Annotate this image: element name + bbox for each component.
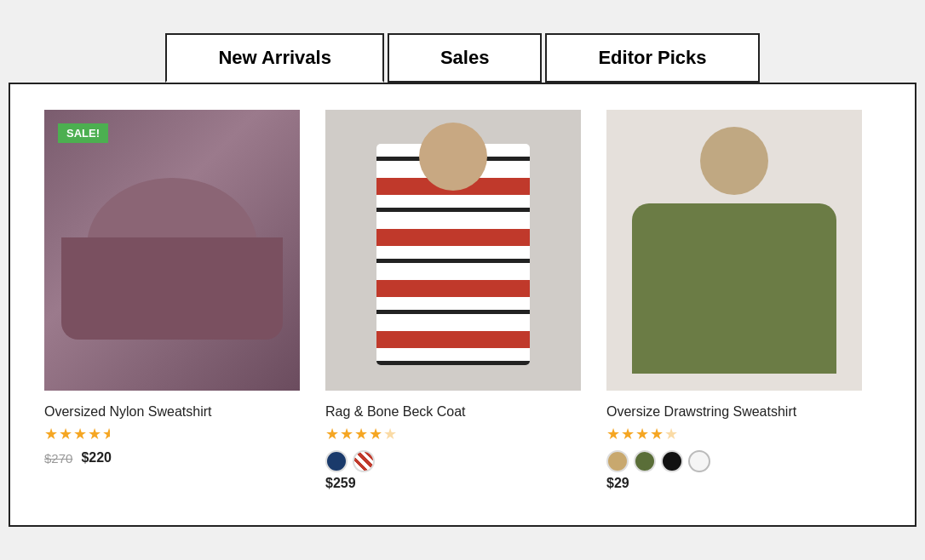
- star-4: ★: [369, 425, 382, 443]
- star-2: ★: [340, 425, 353, 443]
- star-1: ★: [325, 425, 339, 443]
- star-empty: ★: [383, 425, 397, 443]
- tabs-bar: New Arrivals Sales Editor Picks: [0, 25, 925, 83]
- star-3: ★: [73, 425, 87, 443]
- tab-new-arrivals[interactable]: New Arrivals: [165, 33, 383, 83]
- product-card: SALE! Oversized Nylon Sweatshirt ★ ★ ★ ★…: [44, 110, 300, 491]
- sale-badge: SALE!: [58, 123, 108, 143]
- price-normal: $29: [606, 476, 629, 491]
- star-4: ★: [88, 425, 101, 443]
- star-empty: ★: [664, 425, 678, 443]
- product-image-wrap: [606, 110, 862, 391]
- product-image-wrap: [325, 110, 581, 391]
- product-name: Oversize Drawstring Sweatshirt: [606, 404, 862, 420]
- star-2: ★: [621, 425, 635, 443]
- star-4: ★: [650, 425, 664, 443]
- price-sale: $220: [81, 450, 112, 466]
- swatch-navy[interactable]: [325, 450, 348, 472]
- star-2: ★: [59, 425, 72, 443]
- swatch-tan[interactable]: [606, 450, 629, 472]
- star-half: ★: [102, 425, 110, 443]
- product-image-sweatshirt: [44, 110, 300, 391]
- star-3: ★: [635, 425, 649, 443]
- product-name: Oversized Nylon Sweatshirt: [44, 404, 300, 420]
- tab-sales[interactable]: Sales: [388, 33, 543, 83]
- price-row: $29: [606, 476, 862, 491]
- swatch-black[interactable]: [661, 450, 683, 472]
- product-card: Rag & Bone Beck Coat ★ ★ ★ ★ ★ $259: [325, 110, 581, 491]
- star-3: ★: [354, 425, 368, 443]
- product-image-green-sweatshirt: [606, 110, 862, 391]
- price-original: $270: [44, 451, 72, 466]
- price-normal: $259: [325, 476, 356, 491]
- product-name: Rag & Bone Beck Coat: [325, 404, 581, 420]
- content-panel: SALE! Oversized Nylon Sweatshirt ★ ★ ★ ★…: [9, 83, 916, 527]
- price-row: $270 $220: [44, 450, 300, 466]
- tab-editor-picks[interactable]: Editor Picks: [545, 33, 759, 83]
- color-swatches: [606, 450, 862, 472]
- product-image-coat: [325, 110, 581, 391]
- swatch-white[interactable]: [688, 450, 710, 472]
- page-container: New Arrivals Sales Editor Picks SALE! Ov…: [0, 25, 925, 535]
- star-1: ★: [44, 425, 58, 443]
- product-card: Oversize Drawstring Sweatshirt ★ ★ ★ ★ ★…: [606, 110, 862, 491]
- star-1: ★: [606, 425, 620, 443]
- product-rating: ★ ★ ★ ★ ★: [606, 425, 862, 443]
- product-rating: ★ ★ ★ ★ ★: [44, 425, 300, 443]
- swatch-olive[interactable]: [634, 450, 656, 472]
- products-grid: SALE! Oversized Nylon Sweatshirt ★ ★ ★ ★…: [44, 110, 881, 491]
- color-swatches: [325, 450, 581, 472]
- product-rating: ★ ★ ★ ★ ★: [325, 425, 581, 443]
- price-row: $259: [325, 476, 581, 491]
- swatch-red-check[interactable]: [353, 450, 375, 472]
- product-image-wrap: SALE!: [44, 110, 300, 391]
